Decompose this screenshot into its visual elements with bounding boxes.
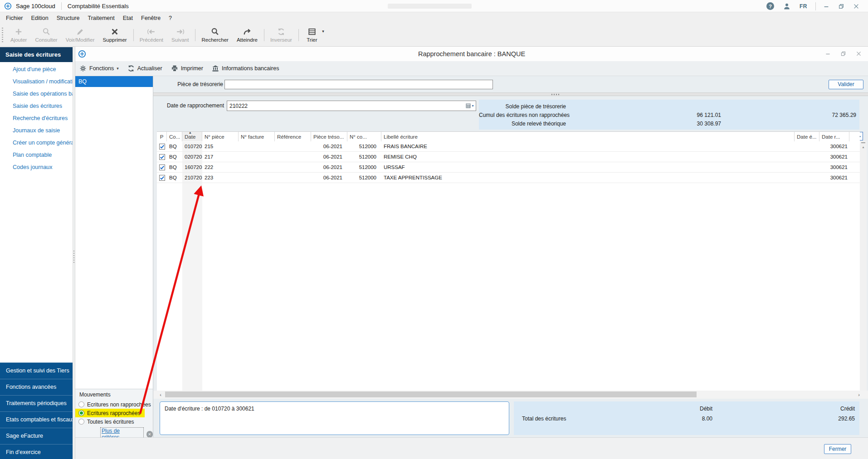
table-row[interactable]: BQ 010720 215 06-2021 512000 FRAIS BANCA…: [157, 141, 860, 152]
toolbar-button[interactable]: Supprimer ▾: [99, 26, 131, 44]
menubar: FichierEditionStructureTraitementEtatFen…: [0, 12, 868, 24]
window-restore-icon[interactable]: [840, 51, 846, 57]
menu-item[interactable]: Etat: [119, 12, 137, 24]
piece-tresorerie-input[interactable]: [224, 80, 493, 89]
language-indicator[interactable]: FR: [800, 3, 807, 10]
chevron-down-icon: ▾: [322, 29, 324, 34]
scrollbar-split-handle[interactable]: [861, 142, 865, 143]
sidebar-item[interactable]: Plan comptable: [0, 149, 73, 161]
radio-icon[interactable]: [78, 419, 84, 425]
piece-tresorerie-row: Pièce de trésorerie Valider: [153, 76, 868, 92]
sidebar-section-button[interactable]: Fonctions avancées: [0, 379, 73, 395]
column-header[interactable]: Date é...: [795, 132, 819, 141]
user-icon[interactable]: [783, 3, 790, 10]
mouvements-radio-option[interactable]: Toutes les écritures: [75, 417, 145, 426]
toolbar-button[interactable]: Inverseur ▾: [266, 26, 296, 44]
row-checkbox[interactable]: [159, 164, 165, 170]
scroll-right-icon[interactable]: [856, 391, 862, 399]
column-header[interactable]: Date: [182, 132, 202, 141]
table-row[interactable]: BQ 160720 222 06-2021 512000 URSSAF 3006…: [157, 162, 860, 173]
menu-item[interactable]: Edition: [27, 12, 53, 24]
sidebar-section-button[interactable]: Gestion et suivi des Tiers: [0, 362, 73, 379]
calendar-dropdown-button[interactable]: [463, 101, 476, 111]
mouvements-radio-option[interactable]: Ecritures non rapprochées: [75, 400, 145, 409]
window-toolbar-button[interactable]: Informations bancaires ▾: [212, 65, 279, 72]
scroll-left-icon[interactable]: [157, 391, 164, 399]
window-close-icon[interactable]: [856, 51, 862, 57]
menu-item[interactable]: Fichier: [2, 12, 27, 24]
sidebar-item[interactable]: Créer un compte général: [0, 137, 73, 149]
toolbar-grip[interactable]: [2, 28, 3, 43]
menu-item[interactable]: Traitement: [83, 12, 118, 24]
column-header[interactable]: Co...: [167, 132, 182, 141]
toolbar-button[interactable]: Trier ▾: [301, 26, 323, 44]
radio-icon[interactable]: [78, 401, 84, 407]
summary-value: 72 365.29: [721, 112, 859, 118]
horizontal-splitter[interactable]: [153, 92, 868, 96]
window-toolbar-button[interactable]: Imprimer ▾: [171, 65, 203, 72]
row-checkbox[interactable]: [159, 144, 165, 150]
toolbar-button[interactable]: Ajouter ▾: [6, 26, 31, 44]
journal-list-item[interactable]: BQ: [75, 76, 153, 87]
sidebar-item[interactable]: Journaux de saisie: [0, 125, 73, 137]
summary-value: 96 121.01: [566, 112, 721, 118]
sidebar-item[interactable]: Visualisation / modificati...: [0, 76, 73, 88]
sidebar-section-button[interactable]: Sage eFacture: [0, 428, 73, 444]
column-header[interactable]: N° pièce: [202, 132, 239, 141]
mouvements-panel: Mouvements Ecritures non rapprochées Ecr…: [75, 389, 153, 437]
credit-value: 292.65: [838, 416, 855, 422]
table-row[interactable]: BQ 210720 223 06-2021 512000 TAXE APPREN…: [157, 173, 860, 183]
row-checkbox[interactable]: [159, 154, 165, 160]
totals-box: Total des écritures Débit 8.00 Crédit 29…: [514, 401, 859, 435]
help-icon[interactable]: [766, 2, 774, 10]
table-row[interactable]: BQ 020720 217 06-2021 512000 REMISE CHQ …: [157, 152, 860, 162]
toolbar-button[interactable]: Précédent ▾: [136, 26, 167, 44]
sidebar-item[interactable]: Recherche d'écritures: [0, 112, 73, 125]
window-minimize-icon[interactable]: [825, 51, 831, 57]
column-header[interactable]: Date r...: [819, 132, 849, 141]
window-toolbar: Fonctions ▾ Actualiser ▾ Imprimer ▾: [75, 61, 868, 76]
radio-icon[interactable]: [78, 410, 84, 416]
column-header[interactable]: N° co...: [347, 132, 381, 141]
menu-item[interactable]: Structure: [53, 12, 84, 24]
vertical-scrollbar[interactable]: [860, 141, 867, 391]
window-toolbar-button[interactable]: Actualiser ▾: [127, 65, 162, 72]
application: Sage 100cloud Comptabilité Essentials FR…: [0, 0, 868, 459]
toolbar-button[interactable]: Rechercher ▾: [197, 26, 232, 44]
criteria-box: Date d'écriture : de 010720 à 300621: [160, 401, 509, 435]
toolbar-button-icon: [308, 28, 316, 36]
toolbar-button-icon: [147, 28, 156, 36]
toolbar-button[interactable]: Atteindre ▾: [233, 26, 262, 44]
clear-criteria-icon[interactable]: [146, 431, 153, 438]
sidebar-section-button[interactable]: Traitements périodiques: [0, 395, 73, 411]
restore-icon[interactable]: [838, 3, 844, 10]
mouvements-radio-option[interactable]: Ecritures rapprochées: [75, 409, 145, 417]
minimize-icon[interactable]: [823, 3, 829, 10]
sidebar-bottom-sections: Gestion et suivi des TiersFonctions avan…: [0, 362, 73, 459]
column-header[interactable]: N° facture: [239, 132, 275, 141]
sidebar-section-button[interactable]: Fin d'exercice: [0, 444, 73, 459]
window-toolbar-button[interactable]: Fonctions ▾: [79, 65, 119, 72]
menu-item[interactable]: Fenêtre: [137, 12, 165, 24]
toolbar-button[interactable]: Consulter ▾: [31, 26, 61, 44]
column-header[interactable]: P: [157, 132, 167, 141]
fermer-button[interactable]: Fermer: [824, 444, 851, 454]
sidebar-item[interactable]: Saisie des opérations ban...: [0, 88, 73, 100]
scrollbar-thumb[interactable]: [165, 391, 697, 397]
sidebar-item[interactable]: Saisie des écritures: [0, 100, 73, 112]
row-checkbox[interactable]: [159, 175, 165, 181]
close-icon[interactable]: [853, 3, 859, 10]
toolbar-button[interactable]: Voir/Modifier ▾: [62, 26, 99, 44]
sidebar-section-button[interactable]: Etats comptables et fiscaux: [0, 411, 73, 428]
column-header[interactable]: Libellé écriture: [381, 132, 795, 141]
menu-item[interactable]: ?: [165, 12, 176, 24]
date-rapprochement-input[interactable]: [227, 101, 476, 111]
sidebar-item[interactable]: Ajout d'une pièce: [0, 63, 73, 76]
valider-button[interactable]: Valider: [829, 80, 863, 89]
date-rapprochement-label: Date de rapprochement: [156, 102, 224, 109]
sidebar-item[interactable]: Codes journaux: [0, 161, 73, 174]
column-header[interactable]: Pièce tréso...: [311, 132, 347, 141]
horizontal-scrollbar[interactable]: [153, 391, 868, 399]
toolbar-button[interactable]: Suivant ▾: [167, 26, 193, 44]
column-header[interactable]: Référence: [275, 132, 311, 141]
